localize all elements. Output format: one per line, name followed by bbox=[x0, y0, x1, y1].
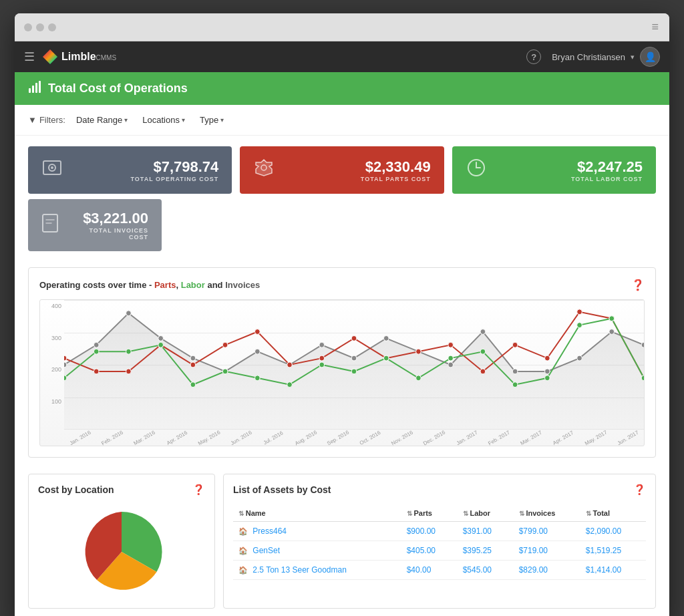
svg-point-63 bbox=[512, 382, 518, 388]
svg-point-34 bbox=[190, 362, 196, 367]
type-filter[interactable]: Type ▾ bbox=[196, 113, 228, 127]
asset-total-2: $1,414.00 bbox=[580, 561, 646, 580]
col-name[interactable]: ⇅ Name bbox=[233, 505, 401, 522]
labor-label: TOTAL LABOR COST bbox=[571, 176, 643, 182]
svg-point-32 bbox=[126, 369, 132, 374]
chart-help-icon[interactable]: ❓ bbox=[631, 279, 645, 291]
svg-rect-0 bbox=[29, 88, 31, 93]
svg-point-67 bbox=[641, 375, 644, 381]
operating-value: $7,798.74 bbox=[153, 158, 218, 176]
svg-point-57 bbox=[319, 362, 325, 367]
svg-point-31 bbox=[94, 369, 99, 374]
kpi-labor-info: $2,247.25 TOTAL LABOR COST bbox=[496, 158, 643, 182]
topbar-left: ☰ LimbleCMMS bbox=[24, 49, 116, 64]
table-row: 🏠 2.5 Ton 13 Seer Goodman $40.00 $545.00… bbox=[233, 561, 646, 580]
asset-name-1[interactable]: 🏠 GenSet bbox=[233, 541, 401, 561]
app-topbar: ☰ LimbleCMMS ? Bryan Christiansen ▾ 👤 bbox=[15, 41, 669, 72]
x-label-may16: May. 2016 bbox=[194, 427, 224, 446]
locations-filter[interactable]: Locations ▾ bbox=[138, 113, 189, 127]
y-label-300: 300 bbox=[43, 335, 61, 341]
labor-cost-icon bbox=[466, 157, 487, 183]
col-total[interactable]: ⇅ Total bbox=[580, 505, 646, 522]
svg-point-30 bbox=[64, 355, 67, 361]
help-icon[interactable]: ? bbox=[526, 49, 541, 64]
svg-point-45 bbox=[544, 355, 550, 361]
invoices-label: TOTAL INVOICES COST bbox=[68, 227, 148, 241]
asset-labor-1: $395.25 bbox=[458, 541, 514, 561]
panel-header-location: Cost by Location ❓ bbox=[38, 484, 205, 496]
x-label-dec16: Dec. 2016 bbox=[419, 427, 450, 446]
svg-point-36 bbox=[254, 329, 260, 335]
svg-point-56 bbox=[287, 382, 293, 388]
hamburger-menu[interactable]: ☰ bbox=[24, 49, 35, 64]
parts-label: TOTAL PARTS COST bbox=[361, 176, 431, 182]
assets-panel-title: List of Assets by Cost bbox=[233, 484, 331, 495]
asset-labor-2: $545.00 bbox=[458, 561, 514, 580]
kpi-operating-cost: $7,798.74 TOTAL OPERATING COST bbox=[28, 146, 232, 194]
sort-icon: ⇅ bbox=[407, 510, 414, 517]
page-header-icon bbox=[28, 80, 41, 97]
bottom-row: Cost by Location ❓ bbox=[15, 466, 669, 616]
x-label-jun16: Jun. 2016 bbox=[226, 427, 256, 446]
panel-header-assets: List of Assets by Cost ❓ bbox=[233, 484, 646, 496]
assets-help-icon[interactable]: ❓ bbox=[633, 484, 646, 496]
svg-rect-1 bbox=[32, 86, 34, 93]
asset-name-2[interactable]: 🏠 2.5 Ton 13 Seer Goodman bbox=[233, 561, 401, 580]
asset-labor-0: $391.00 bbox=[458, 522, 514, 541]
svg-point-20 bbox=[351, 355, 357, 361]
svg-point-14 bbox=[158, 335, 164, 341]
kpi-invoices-info: $3,221.00 TOTAL INVOICES COST bbox=[68, 210, 148, 241]
svg-point-13 bbox=[126, 311, 132, 316]
asset-total-0: $2,090.00 bbox=[580, 522, 646, 541]
x-label-nov16: Nov. 2016 bbox=[387, 427, 417, 446]
pie-chart-svg bbox=[78, 508, 165, 595]
svg-point-46 bbox=[577, 309, 582, 315]
svg-point-50 bbox=[94, 349, 99, 354]
kpi-operating-info: $7,798.74 TOTAL OPERATING COST bbox=[72, 158, 218, 182]
col-labor[interactable]: ⇅ Labor bbox=[458, 505, 514, 522]
asset-parts-2: $40.00 bbox=[401, 561, 458, 580]
filters-bar: ▼ Filters: Date Range ▾ Locations ▾ Type… bbox=[15, 105, 669, 136]
asset-icon: 🏠 bbox=[238, 547, 248, 555]
table-row: 🏠 GenSet $405.00 $395.25 $719.00 $1,519.… bbox=[233, 541, 646, 561]
svg-point-66 bbox=[609, 316, 615, 321]
kpi-labor-cost: $2,247.25 TOTAL LABOR COST bbox=[452, 146, 656, 194]
location-help-icon[interactable]: ❓ bbox=[192, 484, 205, 496]
kpi-row-1: $7,798.74 TOTAL OPERATING COST $2,330.49… bbox=[15, 136, 669, 194]
asset-icon: 🏠 bbox=[238, 566, 248, 574]
svg-point-35 bbox=[222, 342, 228, 347]
kpi-row-2: $3,221.00 TOTAL INVOICES COST bbox=[15, 194, 669, 259]
svg-point-51 bbox=[126, 349, 132, 354]
chart-svg bbox=[64, 300, 644, 430]
svg-point-44 bbox=[512, 342, 518, 347]
chart-y-labels: 400 300 200 100 bbox=[40, 300, 64, 430]
parts-value: $2,330.49 bbox=[365, 158, 431, 176]
x-label-mar16: Mar. 2016 bbox=[129, 427, 160, 446]
x-label-sep16: Sep. 2016 bbox=[323, 427, 353, 446]
date-range-filter[interactable]: Date Range ▾ bbox=[72, 113, 132, 127]
svg-point-27 bbox=[577, 355, 582, 361]
browser-dot-2 bbox=[36, 23, 44, 31]
user-name: Bryan Christiansen bbox=[552, 52, 625, 62]
svg-point-43 bbox=[480, 369, 486, 374]
y-label-200: 200 bbox=[43, 366, 61, 373]
sort-icon: ⇅ bbox=[586, 510, 593, 517]
col-invoices[interactable]: ⇅ Invoices bbox=[514, 505, 580, 522]
svg-point-26 bbox=[544, 369, 550, 374]
svg-point-19 bbox=[319, 342, 325, 347]
user-dropdown-arrow: ▾ bbox=[631, 53, 635, 61]
chart-title: Operating costs over time - Parts, Labor… bbox=[39, 279, 645, 291]
svg-point-37 bbox=[287, 362, 293, 367]
svg-point-60 bbox=[416, 375, 421, 381]
svg-point-49 bbox=[64, 375, 67, 381]
asset-name-0[interactable]: 🏠 Press464 bbox=[233, 522, 401, 541]
asset-parts-1: $405.00 bbox=[401, 541, 458, 561]
user-info[interactable]: Bryan Christiansen ▾ 👤 bbox=[552, 47, 660, 67]
chevron-icon: ▾ bbox=[124, 116, 128, 124]
x-label-jan17: Jan. 2017 bbox=[452, 427, 482, 446]
col-parts[interactable]: ⇅ Parts bbox=[401, 505, 458, 522]
page-header: Total Cost of Operations bbox=[15, 72, 669, 105]
page-title: Total Cost of Operations bbox=[48, 82, 188, 96]
svg-rect-3 bbox=[39, 81, 41, 93]
browser-window: ≡ ☰ LimbleCMMS ? Bryan Christiansen ▾ 👤 bbox=[15, 13, 669, 616]
